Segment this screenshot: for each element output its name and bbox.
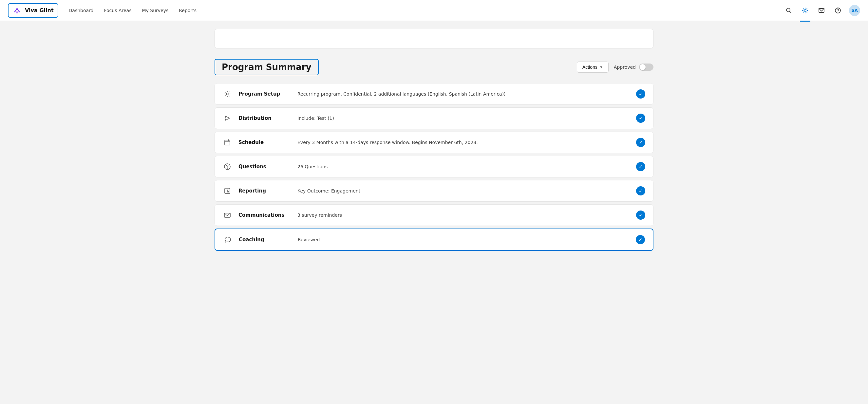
reporting-check: ✓ <box>636 186 645 196</box>
schedule-icon <box>223 138 232 147</box>
reporting-icon <box>223 186 232 196</box>
svg-marker-9 <box>225 116 229 121</box>
communications-label: Communications <box>239 212 291 218</box>
questions-label: Questions <box>239 164 291 170</box>
coaching-icon <box>223 235 232 244</box>
schedule-description: Every 3 Months with a 14-days response w… <box>298 140 629 145</box>
help-button[interactable] <box>833 5 843 16</box>
summary-row-questions[interactable]: Questions 26 Questions ✓ <box>215 156 653 177</box>
summary-row-reporting[interactable]: Reporting Key Outcome: Engagement ✓ <box>215 180 653 202</box>
actions-label: Actions <box>582 65 597 70</box>
messages-button[interactable] <box>816 5 827 16</box>
message-icon <box>818 7 825 14</box>
search-button[interactable] <box>783 5 794 16</box>
logo-icon <box>12 6 22 15</box>
coaching-description: Reviewed <box>298 237 629 242</box>
nav-link-my-surveys[interactable]: My Surveys <box>142 6 168 14</box>
user-avatar[interactable]: SA <box>849 5 860 16</box>
communications-description: 3 survey reminders <box>298 212 629 218</box>
help-icon <box>835 7 841 14</box>
program-setup-label: Program Setup <box>239 91 291 97</box>
app-logo-text: Viva Glint <box>25 7 54 13</box>
approved-container: Approved <box>614 64 653 71</box>
program-setup-description: Recurring program, Confidential, 2 addit… <box>298 91 629 97</box>
nav-links: Dashboard Focus Areas My Surveys Reports <box>69 6 783 14</box>
section-header: Program Summary Actions ▼ Approved <box>215 59 653 75</box>
navbar: Viva Glint Dashboard Focus Areas My Surv… <box>0 0 868 21</box>
nav-link-focus-areas[interactable]: Focus Areas <box>104 6 132 14</box>
questions-icon <box>223 162 232 171</box>
nav-link-reports[interactable]: Reports <box>179 6 196 14</box>
svg-point-8 <box>226 93 228 95</box>
coaching-check: ✓ <box>636 235 645 244</box>
top-card <box>215 29 653 48</box>
communications-check: ✓ <box>636 210 645 220</box>
svg-point-7 <box>838 12 838 12</box>
actions-button[interactable]: Actions ▼ <box>577 62 609 73</box>
main-content: Program Summary Actions ▼ Approved <box>195 29 673 267</box>
summary-rows: Program Setup Recurring program, Confide… <box>215 83 653 254</box>
questions-description: 26 Questions <box>298 164 629 169</box>
svg-rect-0 <box>12 6 22 15</box>
distribution-check: ✓ <box>636 113 645 123</box>
program-summary-section: Program Summary Actions ▼ Approved <box>215 59 653 254</box>
svg-point-4 <box>804 9 806 11</box>
summary-row-communications[interactable]: Communications 3 survey reminders ✓ <box>215 204 653 226</box>
summary-row-distribution[interactable]: Distribution Include: Test (1) ✓ <box>215 107 653 129</box>
settings-button[interactable] <box>800 5 810 16</box>
svg-point-15 <box>227 168 228 169</box>
communications-icon <box>223 210 232 220</box>
svg-point-1 <box>16 11 18 13</box>
program-setup-icon <box>223 89 232 99</box>
schedule-check: ✓ <box>636 138 645 147</box>
gear-icon <box>802 7 808 14</box>
questions-check: ✓ <box>636 162 645 171</box>
nav-actions: SA <box>783 5 860 16</box>
approved-label: Approved <box>614 65 636 70</box>
coaching-label: Coaching <box>239 237 291 243</box>
header-right: Actions ▼ Approved <box>577 62 653 73</box>
summary-row-coaching[interactable]: Coaching Reviewed ✓ <box>215 229 653 251</box>
program-summary-title: Program Summary <box>215 59 319 75</box>
svg-line-3 <box>790 11 792 13</box>
reporting-description: Key Outcome: Engagement <box>298 188 629 194</box>
program-setup-check: ✓ <box>636 89 645 99</box>
summary-row-program-setup[interactable]: Program Setup Recurring program, Confide… <box>215 83 653 105</box>
reporting-label: Reporting <box>239 188 291 194</box>
approved-toggle[interactable] <box>639 64 653 71</box>
distribution-label: Distribution <box>239 115 291 121</box>
nav-link-dashboard[interactable]: Dashboard <box>69 6 94 14</box>
schedule-label: Schedule <box>239 139 291 145</box>
distribution-icon <box>223 113 232 123</box>
logo-container[interactable]: Viva Glint <box>8 3 58 18</box>
search-icon <box>785 7 792 14</box>
chevron-down-icon: ▼ <box>599 65 603 69</box>
svg-rect-10 <box>225 140 230 145</box>
summary-row-schedule[interactable]: Schedule Every 3 Months with a 14-days r… <box>215 132 653 153</box>
distribution-description: Include: Test (1) <box>298 115 629 121</box>
